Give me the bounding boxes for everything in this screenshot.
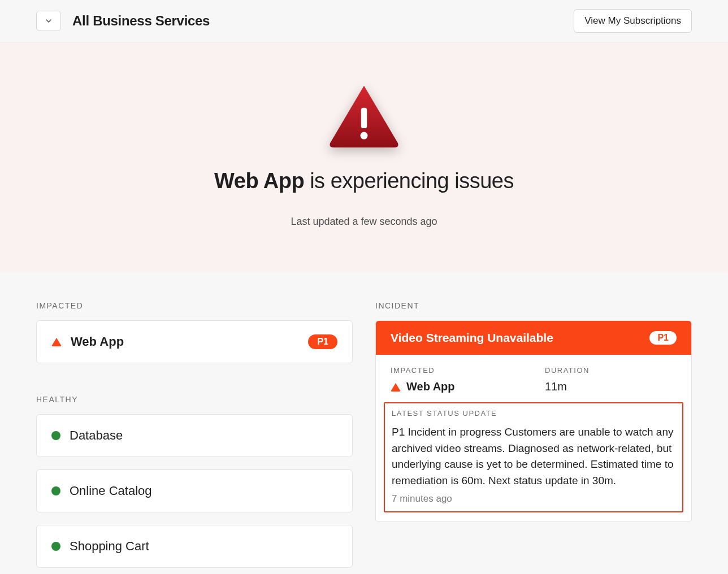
meta-label-status: LATEST STATUS UPDATE bbox=[392, 409, 675, 418]
meta-label-duration: DURATION bbox=[545, 366, 677, 375]
healthy-label: HEALTHY bbox=[36, 395, 353, 404]
services-column: IMPACTED Web App P1 HEALTHY Database Onl… bbox=[36, 301, 353, 574]
healthy-service-card[interactable]: Online Catalog bbox=[36, 469, 353, 512]
content-columns: IMPACTED Web App P1 HEALTHY Database Onl… bbox=[0, 273, 728, 574]
incident-title: Video Streaming Unavailable bbox=[391, 331, 553, 345]
incident-header: Video Streaming Unavailable P1 bbox=[376, 321, 691, 355]
alert-triangle-icon bbox=[327, 82, 401, 150]
healthy-dot-icon bbox=[51, 486, 60, 495]
hero-status-line: Web App is experiencing issues bbox=[0, 169, 728, 193]
incident-column: INCIDENT Video Streaming Unavailable P1 … bbox=[375, 301, 692, 574]
impacted-label: IMPACTED bbox=[36, 301, 353, 310]
incident-duration-value: 11m bbox=[545, 380, 677, 393]
incident-impacted-name: Web App bbox=[406, 380, 455, 393]
service-card-left: Web App bbox=[51, 334, 124, 349]
healthy-service-card[interactable]: Shopping Cart bbox=[36, 525, 353, 568]
incident-impacted-block: IMPACTED Web App bbox=[391, 366, 522, 393]
healthy-service-card[interactable]: Database bbox=[36, 414, 353, 457]
page-title: All Business Services bbox=[72, 13, 210, 29]
service-name: Online Catalog bbox=[70, 484, 152, 498]
alert-triangle-icon bbox=[391, 382, 401, 392]
healthy-dot-icon bbox=[51, 431, 60, 440]
status-update-text: P1 Incident in progress Customers are un… bbox=[392, 424, 675, 489]
header-left: All Business Services bbox=[36, 11, 210, 31]
service-name: Shopping Cart bbox=[70, 539, 149, 554]
hero-suffix: is experiencing issues bbox=[304, 169, 514, 193]
meta-label-impacted: IMPACTED bbox=[391, 366, 522, 375]
status-update-time: 7 minutes ago bbox=[392, 493, 675, 505]
service-card-left: Online Catalog bbox=[51, 484, 152, 498]
incident-impacted-service: Web App bbox=[391, 380, 522, 393]
service-card-left: Database bbox=[51, 428, 123, 443]
priority-badge: P1 bbox=[649, 331, 677, 345]
incident-label: INCIDENT bbox=[375, 301, 692, 310]
chevron-down-icon bbox=[44, 16, 53, 25]
incident-duration-block: DURATION 11m bbox=[545, 366, 677, 393]
svg-rect-0 bbox=[361, 108, 367, 128]
page-header: All Business Services View My Subscripti… bbox=[0, 0, 728, 42]
priority-badge: P1 bbox=[308, 334, 337, 349]
hero-service-name: Web App bbox=[214, 169, 304, 193]
status-hero: Web App is experiencing issues Last upda… bbox=[0, 42, 728, 273]
view-subscriptions-button[interactable]: View My Subscriptions bbox=[574, 9, 692, 33]
incident-card[interactable]: Video Streaming Unavailable P1 IMPACTED … bbox=[375, 320, 692, 522]
service-card-left: Shopping Cart bbox=[51, 539, 149, 554]
service-name: Database bbox=[70, 428, 123, 443]
impacted-service-card[interactable]: Web App P1 bbox=[36, 320, 353, 363]
service-name: Web App bbox=[71, 334, 124, 349]
latest-status-update: LATEST STATUS UPDATE P1 Incident in prog… bbox=[384, 402, 683, 512]
alert-triangle-icon bbox=[51, 337, 62, 346]
healthy-dot-icon bbox=[51, 542, 60, 551]
services-dropdown-toggle[interactable] bbox=[36, 11, 61, 31]
incident-meta: IMPACTED Web App DURATION 11m bbox=[376, 355, 691, 402]
hero-last-updated: Last updated a few seconds ago bbox=[0, 216, 728, 228]
svg-point-1 bbox=[361, 132, 368, 140]
